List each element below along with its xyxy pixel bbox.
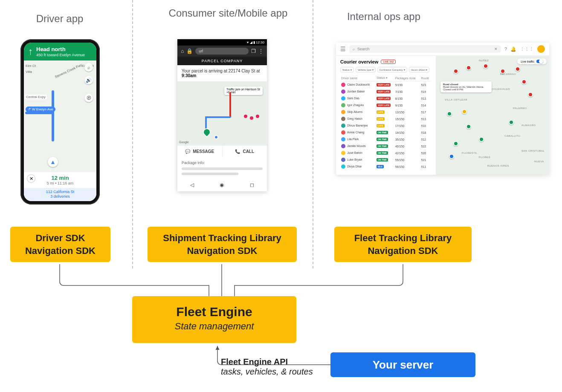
map-label-creek: Stevens Creek Fwy	[54, 63, 83, 79]
driver-map: Elm Ct Villa Stevens Creek Fwy Easy St C…	[24, 61, 96, 172]
message-button: 💬MESSAGE	[177, 146, 223, 157]
arrival-message: Your parcel is arriving at 22174 Clay St…	[177, 65, 267, 81]
consumer-map: Traffic jam on Harrison St +6 min Google	[177, 81, 267, 145]
marker	[466, 65, 471, 70]
menu-icon: ☰	[340, 46, 346, 52]
table-row: José BalvinON TIME42/150520	[340, 150, 432, 156]
eta-detail: 5 mi • 11:16 am	[24, 181, 96, 185]
apps-icon: ⋮⋮⋮	[520, 46, 534, 52]
api-label-line1: Fleet Engine API	[221, 357, 313, 367]
help-icon: ?	[504, 46, 507, 52]
search-icon: ⌕	[353, 47, 355, 51]
table-row: Lila ParkON TIME35/150512	[340, 136, 432, 143]
android-nav: ◁ ◉ ◻	[177, 179, 267, 191]
search-placeholder: Search	[357, 47, 370, 51]
table-row: Divya DharIDLE56/150511	[340, 163, 432, 170]
driver-screen: ↑ Head north 450 ft toward Evelyn Avenue…	[24, 43, 96, 201]
table-row: Greg HatchLATE15/150513	[340, 115, 432, 122]
divider-1	[132, 0, 133, 268]
stop-dot	[244, 115, 247, 118]
table-row: Annie ChangON TIME19/150518	[340, 129, 432, 136]
ops-left-panel: Courier overview LIVE 342 Status ▾Vehicl…	[336, 56, 436, 175]
placeholder-bar	[182, 167, 263, 170]
lock-icon: 🔒	[186, 48, 193, 54]
traffic-segment	[229, 92, 231, 118]
filter-chip: Hours driven ▾	[409, 67, 430, 72]
marker	[447, 111, 452, 116]
table-row: Sam DasVERY LATE8/150513	[340, 95, 432, 102]
call-button: 📞CALL	[223, 146, 267, 157]
sdk-consumer-line1: Shipment Tracking Library	[156, 232, 288, 245]
sdk-consumer-line2: Navigation SDK	[156, 245, 288, 257]
server-box: Your server	[330, 352, 475, 377]
marker	[449, 154, 454, 159]
map-label-central: Central Expy	[25, 95, 47, 99]
filter-chip: Vehicle type ▾	[356, 67, 376, 72]
map-label: VILLA ORTUZAR	[445, 98, 467, 101]
map-label: NUEVA	[534, 160, 544, 163]
arrival-msg-time: 9:30am	[182, 73, 196, 78]
sdk-box-ops: Fleet Tracking Library Navigation SDK	[334, 227, 472, 262]
url-field: url	[195, 48, 249, 55]
marker	[521, 79, 527, 84]
route-segment	[52, 90, 54, 141]
column-header: Driver name	[340, 75, 376, 81]
dest-count: 3 deliveries	[24, 194, 96, 199]
marker	[453, 69, 458, 74]
table-row: Skip AllumsLATE13/150517	[340, 109, 432, 115]
route-segment	[25, 112, 53, 114]
map-label-villa: Villa	[26, 70, 32, 74]
marker	[466, 124, 471, 129]
traffic-toggle: Live traffic	[517, 58, 547, 64]
divider-2	[313, 0, 313, 268]
recents-icon: ◻	[250, 182, 254, 188]
column-header-ops: Internal ops app	[320, 11, 448, 23]
nav-cursor-icon: ▲	[48, 157, 58, 167]
column-header: Route	[420, 75, 432, 81]
filter-chip: Status ▾	[340, 67, 354, 72]
route-segment	[205, 116, 231, 118]
map-label: PALERMO	[513, 107, 527, 110]
close-icon: ✕	[27, 175, 35, 182]
vehicle-dot	[214, 135, 218, 139]
toggle-icon	[536, 60, 543, 63]
browser-url-bar: ⌂ 🔒 url ❐ ⋮	[177, 46, 267, 57]
stop-dot	[250, 116, 253, 120]
search-field: ⌕ Search ✕	[349, 45, 501, 53]
column-header-driver: Driver app	[0, 13, 124, 25]
clear-icon: ✕	[494, 47, 498, 51]
nav-direction: Head north	[36, 46, 85, 53]
consumer-phone: ▾ ◢ ▮ 12:30 ⌂ 🔒 url ❐ ⋮ PARCEL COMPANY Y…	[177, 39, 267, 191]
eta-bar: ✕ 12 min 5 mi • 11:16 am	[24, 172, 96, 188]
ops-body: Courier overview LIVE 342 Status ▾Vehicl…	[336, 56, 549, 175]
api-label-line2: tasks, vehicles, & routes	[221, 367, 313, 377]
column-header: Packages done	[394, 75, 420, 81]
tabs-icon: ❐	[251, 48, 256, 54]
bell-icon: 🔔	[510, 46, 516, 52]
road-closure-tooltip: Road closed Road closure on Av. Valentín…	[440, 81, 492, 92]
marker	[528, 92, 533, 97]
map-label: FLORESTA	[462, 152, 477, 154]
destination-bar: 112 California St 3 deliveries	[24, 188, 96, 201]
nav-banner: ↑ Head north 450 ft toward Evelyn Avenue	[24, 43, 96, 61]
sdk-box-consumer: Shipment Tracking Library Navigation SDK	[148, 227, 297, 262]
ops-topbar: ☰ ⌕ Search ✕ ? 🔔 ⋮⋮⋮	[336, 43, 549, 56]
table-row: Claire DuckworthVERY LATE5/150523	[340, 81, 432, 89]
api-label: Fleet Engine API tasks, vehicles, & rout…	[221, 357, 313, 377]
stop-dot	[256, 115, 259, 118]
map-label: CABALLITO	[504, 135, 520, 137]
nav-text: Head north 450 ft toward Evelyn Avenue	[36, 46, 85, 57]
marker	[483, 63, 488, 69]
fleet-engine-box: Fleet Engine State management	[132, 296, 296, 343]
filter-row: Status ▾Vehicle type ▾Contractor Company…	[340, 67, 432, 72]
back-icon: ◁	[190, 182, 194, 188]
marker	[462, 109, 467, 114]
table-row: Luke BryanON TIME55/150521	[340, 156, 432, 163]
panel-title: Courier overview LIVE 342	[340, 59, 432, 64]
courier-table: Driver nameStatus ▾Packages doneRoute Cl…	[340, 75, 432, 170]
nav-distance: 450 ft	[36, 53, 46, 57]
nav-arrow-icon: ↑	[28, 46, 33, 57]
filter-chip: Contractor Company ▾	[377, 67, 407, 72]
brand-header: PARCEL COMPANY	[177, 57, 267, 65]
route-chip: ↱ W Evelyn Ave	[26, 107, 55, 112]
